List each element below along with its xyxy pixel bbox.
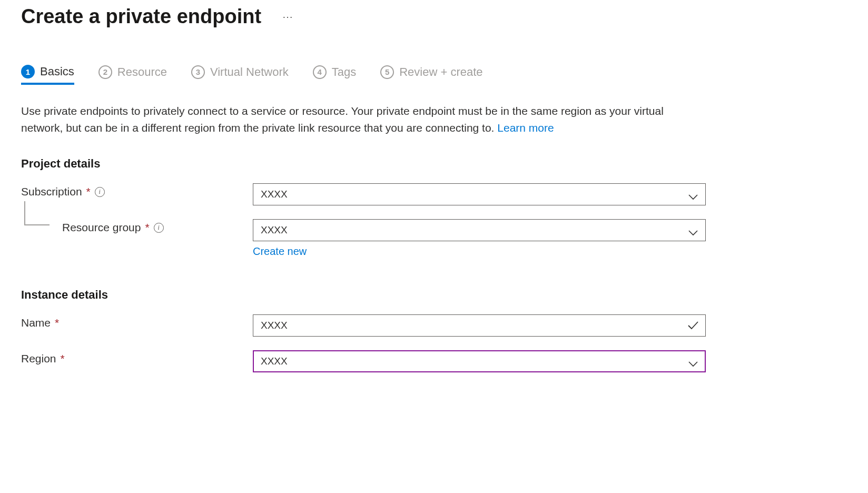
info-icon[interactable]: i: [154, 223, 164, 233]
subscription-dropdown[interactable]: XXXX: [253, 183, 706, 205]
chevron-down-icon: [688, 191, 698, 198]
label-text: Resource group: [62, 221, 141, 234]
required-indicator: *: [86, 185, 91, 198]
label-text: Subscription: [21, 185, 82, 198]
info-icon[interactable]: i: [95, 187, 105, 197]
tab-virtual-network[interactable]: 3 Virtual Network: [191, 65, 289, 85]
tab-basics[interactable]: 1 Basics: [21, 65, 74, 85]
dropdown-value: XXXX: [261, 224, 288, 236]
tab-label: Review + create: [399, 65, 482, 79]
tab-label: Basics: [40, 65, 74, 78]
indent-line: [24, 201, 50, 225]
tab-tags[interactable]: 4 Tags: [313, 65, 356, 85]
required-indicator: *: [61, 352, 65, 365]
description-text: Use private endpoints to privately conne…: [21, 105, 664, 134]
section-heading-instance-details: Instance details: [21, 288, 847, 302]
dropdown-value: XXXX: [261, 356, 288, 367]
name-input[interactable]: XXXX: [253, 314, 706, 337]
learn-more-link[interactable]: Learn more: [497, 122, 554, 134]
tab-description: Use private endpoints to privately conne…: [21, 103, 706, 136]
tab-number: 5: [380, 65, 394, 79]
label-text: Name: [21, 317, 51, 329]
tab-label: Virtual Network: [210, 65, 289, 79]
chevron-down-icon: [688, 358, 698, 364]
section-heading-project-details: Project details: [21, 157, 847, 171]
region-dropdown[interactable]: XXXX: [253, 350, 706, 372]
page-title: Create a private endpoint: [21, 5, 261, 28]
required-indicator: *: [55, 317, 59, 329]
tab-label: Resource: [117, 65, 167, 79]
chevron-down-icon: [688, 227, 698, 233]
name-label: Name *: [21, 314, 253, 329]
required-indicator: *: [145, 221, 149, 234]
check-icon: [687, 321, 699, 330]
tab-number: 3: [191, 65, 205, 79]
wizard-tabs: 1 Basics 2 Resource 3 Virtual Network 4 …: [21, 65, 847, 85]
tab-number: 1: [21, 65, 35, 78]
input-value: XXXX: [261, 320, 288, 331]
tab-number: 2: [98, 65, 112, 79]
resource-group-label: Resource group * i: [21, 219, 253, 234]
more-actions-icon[interactable]: ⋯: [282, 11, 294, 23]
tab-number: 4: [313, 65, 327, 79]
tab-label: Tags: [332, 65, 356, 79]
resource-group-dropdown[interactable]: XXXX: [253, 219, 706, 241]
dropdown-value: XXXX: [261, 189, 288, 200]
region-label: Region *: [21, 350, 253, 365]
create-new-resource-group-link[interactable]: Create new: [253, 245, 307, 257]
tab-resource[interactable]: 2 Resource: [98, 65, 167, 85]
label-text: Region: [21, 352, 56, 365]
tab-review-create[interactable]: 5 Review + create: [380, 65, 482, 85]
subscription-label: Subscription * i: [21, 183, 253, 198]
